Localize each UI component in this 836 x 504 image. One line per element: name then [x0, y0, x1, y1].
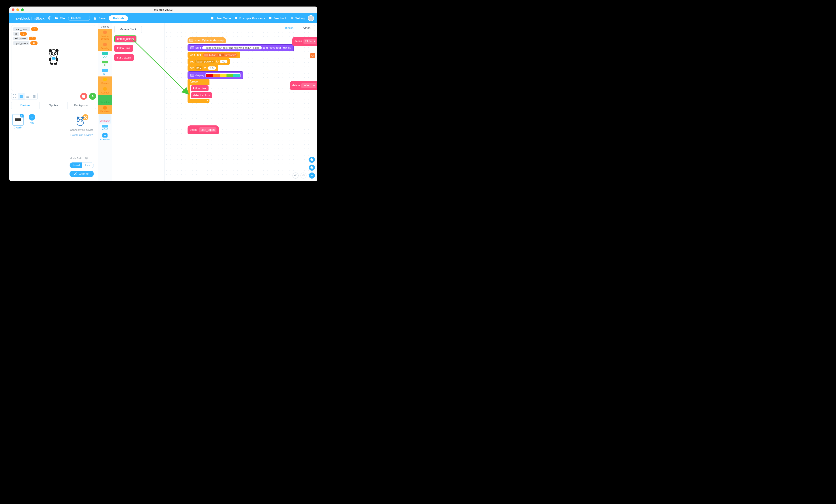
add-device-button[interactable]: + Add: [26, 114, 38, 125]
block-print[interactable]: print Press B to start color line follow…: [188, 44, 294, 51]
category-control[interactable]: Control: [98, 86, 112, 95]
svg-point-22: [80, 119, 82, 120]
app-window: mBlock v5.4.3 makeblock | mBlock File Un…: [10, 6, 317, 181]
variable-monitor: kp0: [13, 32, 38, 36]
redo-button[interactable]: ↷: [301, 173, 306, 178]
svg-point-4: [49, 49, 52, 53]
stage-variables: base_power0 kp0 left_power0 right_power0: [13, 27, 38, 45]
category-iot[interactable]: IoT: [98, 68, 112, 76]
sprite-panda[interactable]: [46, 48, 61, 65]
block-set-base-power[interactable]: set base_power to 40: [188, 58, 230, 65]
print-text-input[interactable]: Press B to start color line following an…: [202, 46, 262, 50]
how-to-use-link[interactable]: How to use device?: [70, 134, 94, 136]
block-hat-start[interactable]: when CyberPi starts up: [188, 37, 226, 43]
asset-tabs: Devices Sprites Background: [11, 102, 96, 109]
stop-button[interactable]: [80, 93, 87, 100]
example-programs-link[interactable]: Example Programs: [234, 16, 265, 20]
language-icon[interactable]: [48, 16, 52, 20]
svg-point-20: [81, 117, 84, 119]
fullscreen-icon[interactable]: ⛶: [12, 93, 18, 99]
close-icon[interactable]: ×: [20, 114, 23, 117]
minimize-icon[interactable]: [16, 8, 19, 11]
titlebar: mBlock v5.4.3: [10, 6, 317, 13]
grid-view-icon[interactable]: ▦: [18, 93, 24, 99]
block-display-colors[interactable]: display: [188, 71, 243, 79]
category-mbot2[interactable]: mBot2: [98, 123, 112, 132]
window-title: mBlock v5.4.3: [154, 8, 173, 12]
variable-monitor: base_power0: [13, 27, 38, 31]
block-wait-until[interactable]: wait until button B pressed?: [188, 52, 240, 58]
block-call-follow-line[interactable]: follow_line: [191, 85, 209, 91]
tab-background[interactable]: Background: [68, 102, 96, 109]
category-motion-sensing[interactable]: Motion Sensing: [98, 30, 112, 41]
traffic-lights[interactable]: [12, 8, 24, 11]
thumbnail-view-icon[interactable]: ⊞: [31, 93, 38, 99]
loop-arrow-icon: [205, 100, 209, 102]
zoom-reset-button[interactable]: =: [309, 173, 315, 178]
tab-sprites[interactable]: Sprites: [40, 102, 68, 109]
block-define-detect-colors[interactable]: define detect_co: [290, 81, 317, 90]
device-card-cyberpi[interactable]: × CyberPi: [12, 114, 24, 129]
category-my-blocks[interactable]: My Blocks: [99, 114, 111, 124]
category-sensing[interactable]: Sensing: [98, 41, 112, 51]
maximize-icon[interactable]: [21, 8, 24, 11]
plus-icon: +: [102, 133, 108, 138]
list-view-icon[interactable]: ☰: [24, 93, 31, 99]
extension-button[interactable]: +extension: [98, 132, 112, 142]
button-dropdown[interactable]: B: [217, 54, 224, 56]
save-button[interactable]: Save: [93, 16, 106, 20]
block-define-start-again[interactable]: define start_again: [188, 125, 219, 134]
led-strip-input[interactable]: [206, 73, 241, 77]
block-set-kp[interactable]: set kp to 0.5: [188, 65, 218, 71]
zoom-in-button[interactable]: [309, 157, 315, 163]
project-name-field[interactable]: Untitled: [68, 16, 90, 21]
device-icon: [190, 74, 194, 77]
device-icon: [190, 46, 194, 49]
publish-button[interactable]: Publish: [109, 15, 128, 21]
svg-point-8: [52, 53, 53, 54]
palette-block-start-again[interactable]: start_again: [114, 54, 134, 61]
green-flag-button[interactable]: [89, 93, 96, 100]
close-icon[interactable]: [12, 8, 15, 11]
feedback-link[interactable]: Feedback: [268, 16, 287, 20]
file-menu[interactable]: File: [55, 16, 65, 20]
block-button-pressed[interactable]: button B pressed?: [202, 53, 238, 57]
category-lan[interactable]: LAN: [98, 51, 112, 59]
block-call-detect-colors[interactable]: detect_colors: [191, 92, 212, 98]
palette-block-detect-colors[interactable]: detect_colors: [114, 35, 136, 42]
svg-point-19: [77, 117, 79, 119]
tab-python[interactable]: Python: [298, 25, 315, 31]
category-events[interactable]: Events: [98, 76, 112, 86]
tab-devices[interactable]: Devices: [12, 102, 40, 109]
variable-monitor: right_power0: [13, 41, 38, 45]
undo-button[interactable]: ↶: [292, 173, 299, 178]
variable-dropdown[interactable]: base_power: [195, 60, 215, 63]
value-input[interactable]: 0.5: [208, 66, 216, 70]
category-variables[interactable]: Variables: [98, 105, 112, 114]
code-sidebar-toggle[interactable]: </>: [310, 53, 316, 58]
stage: base_power0 kp0 left_power0 right_power0: [11, 25, 96, 91]
mode-switch-label: Mode Switchⓘ: [70, 156, 94, 160]
mode-switch-toggle[interactable]: Upload Live: [70, 162, 94, 168]
block-define-follow-line[interactable]: define follow_li: [292, 37, 317, 46]
category-ai[interactable]: AI: [98, 59, 112, 68]
code-canvas[interactable]: Blocks Python </> when CyberPi starts up…: [165, 23, 317, 181]
value-input[interactable]: 40: [220, 60, 227, 63]
mode-live[interactable]: Live: [82, 162, 94, 168]
stage-view-toggle[interactable]: ⛶ ▦ ☰ ⊞: [11, 93, 38, 100]
category-operators[interactable]: Operators: [98, 95, 112, 105]
connect-button[interactable]: Connect: [70, 171, 94, 177]
zoom-out-button[interactable]: [309, 164, 315, 171]
user-avatar[interactable]: [308, 15, 314, 21]
settings-link[interactable]: Setting: [290, 16, 305, 20]
svg-point-12: [56, 58, 58, 61]
svg-rect-15: [82, 95, 85, 98]
user-guide-link[interactable]: User Guide: [210, 16, 231, 20]
tab-blocks[interactable]: Blocks: [281, 25, 298, 31]
connect-illustration: [74, 114, 89, 126]
category-display[interactable]: Display: [98, 24, 112, 30]
mode-upload[interactable]: Upload: [70, 162, 82, 168]
make-block-button[interactable]: Make a Block: [114, 26, 142, 33]
palette-block-follow-line[interactable]: follow_line: [114, 45, 133, 52]
variable-dropdown[interactable]: kp: [195, 66, 203, 70]
